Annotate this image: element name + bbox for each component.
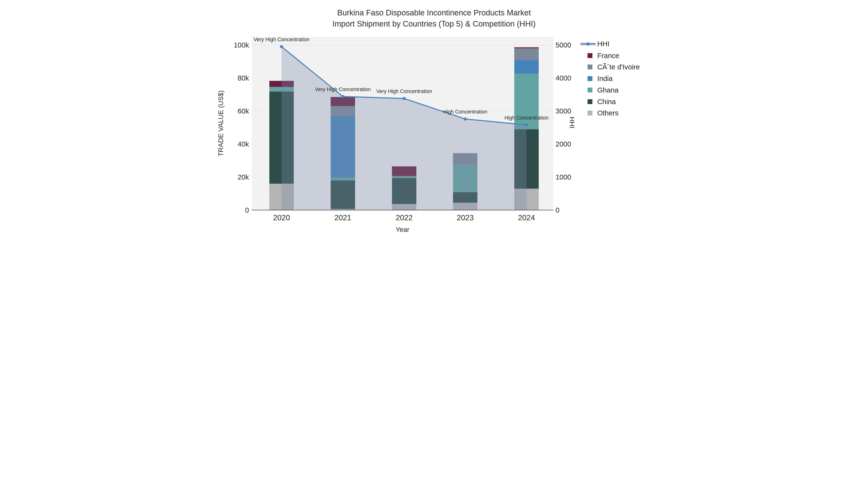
x-axis-title: Year [396, 226, 409, 233]
hhi-annotation-2020: Very High Concentration [254, 37, 310, 42]
legend-label-cote-divoire: CÃ´te d'Ivoire [597, 63, 640, 71]
legend-swatch-ghana [588, 88, 592, 92]
y-axis-title: TRADE VALUE (US$) [217, 90, 224, 156]
hhi-marker-2020 [280, 45, 283, 48]
y2-axis-title: HHI [568, 117, 576, 128]
legend-swatch-france [588, 53, 592, 58]
x-tick-label-2023: 2023 [457, 213, 473, 222]
y-tick-label: 100k [234, 41, 249, 49]
x-tick-label-2022: 2022 [396, 213, 412, 222]
x-tick-label-2021: 2021 [334, 213, 351, 222]
y2-tick-label: 0 [556, 206, 559, 214]
legend-label-others: Others [597, 109, 618, 117]
y2-tick-label: 2000 [556, 140, 571, 148]
legend-swatch-china [588, 99, 592, 104]
chart-title-line1: Burkina Faso Disposable Incontinence Pro… [337, 8, 531, 17]
legend-item-others[interactable]: Others [588, 109, 618, 117]
bar-segment-france-2024 [514, 47, 539, 48]
y-tick-label: 20k [238, 173, 249, 181]
y-tick-label: 40k [238, 140, 249, 148]
hhi-annotation-2024: High Concentration [504, 115, 549, 121]
hhi-marker-sample [586, 42, 590, 46]
legend-item-india[interactable]: India [588, 75, 613, 83]
x-tick-label-2020: 2020 [273, 213, 290, 222]
hhi-marker-2021 [341, 95, 344, 98]
y2-tick-label: 3000 [556, 107, 571, 115]
legend-item-france[interactable]: France [588, 52, 619, 60]
legend-label-hhi: HHI [597, 40, 609, 48]
legend-swatch-cote-divoire [588, 65, 592, 69]
hhi-marker-2023 [464, 117, 467, 121]
legend: HHI France CÃ´te d'Ivoire India Ghana Ch… [581, 40, 640, 117]
legend-item-cote-divoire[interactable]: CÃ´te d'Ivoire [588, 63, 640, 71]
hhi-marker-2024 [525, 123, 528, 127]
hhi-marker-2022 [403, 97, 406, 100]
y-tick-label: 80k [238, 74, 249, 82]
legend-label-ghana: Ghana [597, 86, 619, 94]
hhi-annotation-2023: High Concentration [443, 109, 487, 115]
legend-label-india: India [597, 75, 613, 83]
y-tick-label: 0 [245, 206, 249, 214]
legend-item-ghana[interactable]: Ghana [588, 86, 619, 94]
legend-item-hhi[interactable]: HHI [581, 40, 610, 48]
chart-title-line2: Import Shipment by Countries (Top 5) & C… [333, 19, 536, 28]
bar-segment-c-te-d-ivoire-2024 [514, 48, 539, 60]
bar-segment-ghana-2024 [514, 74, 539, 129]
bar-segment-india-2024 [514, 60, 539, 74]
legend-swatch-others [588, 110, 592, 116]
legend-swatch-india [588, 76, 592, 81]
y2-tick-label: 1000 [556, 173, 571, 181]
hhi-annotation-2021: Very High Concentration [315, 87, 371, 92]
hhi-annotation-2022: Very High Concentration [376, 89, 432, 94]
y-tick-label: 60k [238, 107, 249, 115]
x-tick-label-2024: 2024 [518, 213, 535, 222]
legend-label-france: France [597, 52, 619, 60]
chart-canvas: Very High ConcentrationVery High Concent… [217, 0, 651, 244]
figure: Very High ConcentrationVery High Concent… [217, 0, 651, 244]
y2-tick-label: 5000 [556, 41, 571, 49]
legend-label-china: China [597, 98, 616, 105]
legend-item-china[interactable]: China [588, 98, 616, 105]
y2-tick-label: 4000 [556, 74, 571, 82]
